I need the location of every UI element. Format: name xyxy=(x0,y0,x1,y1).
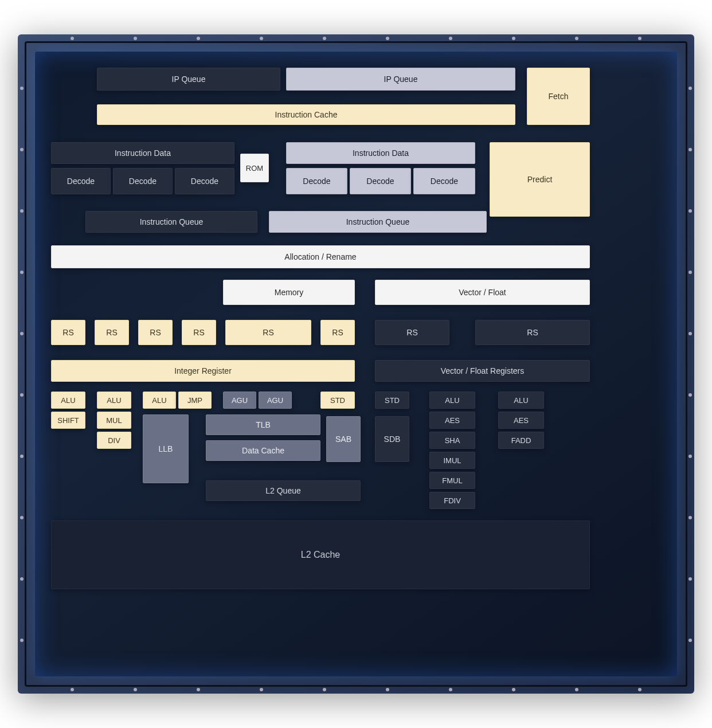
fetch-block: Fetch xyxy=(527,68,590,125)
rs-6: RS xyxy=(375,320,449,345)
tlb: TLB xyxy=(206,414,320,435)
integer-register: Integer Register xyxy=(51,360,355,382)
ip-queue-right: IP Queue xyxy=(286,68,515,91)
allocation-rename: Allocation / Rename xyxy=(51,245,590,268)
rom-block: ROM xyxy=(240,154,269,182)
agu-0: AGU xyxy=(223,392,256,409)
shift: SHIFT xyxy=(51,412,85,429)
std-1: STD xyxy=(375,392,409,409)
sdb: SDB xyxy=(375,416,409,462)
v-alu-1: ALU xyxy=(498,392,544,409)
decode-l0: Decode xyxy=(51,168,111,194)
ip-queue-left: IP Queue xyxy=(97,68,280,91)
jmp: JMP xyxy=(178,392,212,409)
div: DIV xyxy=(97,432,131,449)
v-fmul: FMUL xyxy=(429,472,475,489)
pin-row-top xyxy=(41,37,671,40)
instruction-queue-right: Instruction Queue xyxy=(269,211,487,233)
v-imul: IMUL xyxy=(429,452,475,469)
sab: SAB xyxy=(326,416,361,462)
std-0: STD xyxy=(320,392,355,409)
alu-2: ALU xyxy=(143,392,176,409)
instruction-cache: Instruction Cache xyxy=(97,104,515,125)
rs-1: RS xyxy=(95,320,129,345)
pin-row-left xyxy=(20,57,24,671)
block-diagram: IP Queue IP Queue Fetch Instruction Cach… xyxy=(51,68,661,660)
l2-queue: L2 Queue xyxy=(206,480,361,501)
agu-1: AGU xyxy=(259,392,292,409)
mul: MUL xyxy=(97,412,131,429)
chip-package: IP Queue IP Queue Fetch Instruction Cach… xyxy=(18,34,694,694)
instruction-queue-left: Instruction Queue xyxy=(85,211,257,233)
decode-r2: Decode xyxy=(413,168,475,194)
llb: LLB xyxy=(143,414,189,483)
decode-l1: Decode xyxy=(113,168,173,194)
memory-header: Memory xyxy=(223,280,355,305)
decode-r0: Decode xyxy=(286,168,347,194)
v-fadd: FADD xyxy=(498,432,544,449)
predict-block: Predict xyxy=(490,142,590,217)
pin-row-bottom xyxy=(41,688,671,691)
instruction-data-left: Instruction Data xyxy=(51,142,234,164)
alu-0: ALU xyxy=(51,392,85,409)
alu-1: ALU xyxy=(97,392,131,409)
l2-cache: L2 Cache xyxy=(51,520,590,589)
v-aes-1: AES xyxy=(498,412,544,429)
rs-4: RS xyxy=(225,320,311,345)
data-cache: Data Cache xyxy=(206,440,320,461)
vector-float-header: Vector / Float xyxy=(375,280,590,305)
chip-die: IP Queue IP Queue Fetch Instruction Cach… xyxy=(35,52,677,676)
v-alu-0: ALU xyxy=(429,392,475,409)
rs-3: RS xyxy=(182,320,216,345)
pin-row-right xyxy=(688,57,692,671)
rs-5: RS xyxy=(320,320,355,345)
v-aes-0: AES xyxy=(429,412,475,429)
decode-l2: Decode xyxy=(175,168,234,194)
rs-2: RS xyxy=(138,320,173,345)
decode-r1: Decode xyxy=(350,168,411,194)
rs-7: RS xyxy=(475,320,590,345)
v-fdiv: FDIV xyxy=(429,492,475,509)
instruction-data-right: Instruction Data xyxy=(286,142,475,164)
vector-float-registers: Vector / Float Registers xyxy=(375,360,590,382)
rs-0: RS xyxy=(51,320,85,345)
v-sha: SHA xyxy=(429,432,475,449)
